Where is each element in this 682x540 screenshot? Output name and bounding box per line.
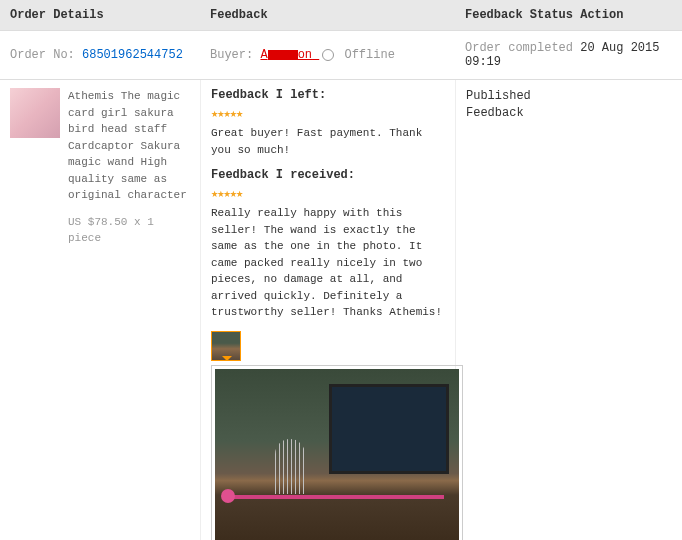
order-number-cell: Order No: 68501962544752 — [0, 38, 200, 72]
header-feedback: Feedback — [200, 0, 455, 30]
feedback-left-stars: ★★★★★ — [211, 106, 445, 121]
product-price: US $78.50 x 1 piece — [68, 214, 190, 247]
product-title-link[interactable]: Athemis The magic card girl sakura bird … — [68, 88, 190, 204]
status-line1: Published — [466, 88, 672, 105]
buyer-name-link[interactable]: Aon — [260, 48, 319, 62]
feedback-left-text: Great buyer! Fast payment. Thank you so … — [211, 125, 445, 158]
feedback-photo-preview: × — [211, 365, 463, 541]
redacted-name — [268, 50, 298, 60]
feedback-photo-large[interactable] — [215, 369, 459, 541]
order-no-link[interactable]: 68501962544752 — [82, 48, 183, 62]
buyer-label: Buyer: — [210, 48, 253, 62]
photo-wand — [225, 495, 444, 499]
header-status-action: Feedback Status Action — [455, 0, 682, 30]
status-offline-icon — [322, 49, 334, 61]
order-status-cell: Order completed 20 Aug 2015 09:19 — [455, 31, 682, 79]
table-header: Order Details Feedback Feedback Status A… — [0, 0, 682, 31]
order-no-label: Order No: — [10, 48, 75, 62]
status-line2: Feedback — [466, 105, 672, 122]
header-order-details: Order Details — [0, 0, 200, 30]
feedback-received-text: Really really happy with this seller! Th… — [211, 205, 445, 321]
feedback-received-stars: ★★★★★ — [211, 186, 445, 201]
content-row: Athemis The magic card girl sakura bird … — [0, 80, 682, 540]
feedback-cell: Feedback I left: ★★★★★ Great buyer! Fast… — [200, 80, 455, 540]
photo-birdcage — [275, 439, 305, 494]
product-cell: Athemis The magic card girl sakura bird … — [0, 80, 200, 540]
buyer-cell: Buyer: Aon Offline — [200, 38, 455, 72]
product-thumbnail[interactable] — [10, 88, 60, 138]
feedback-received-title: Feedback I received: — [211, 168, 445, 182]
order-completed-label: Order completed — [465, 41, 573, 55]
feedback-photo-thumbnail[interactable] — [211, 331, 241, 361]
order-summary-row: Order No: 68501962544752 Buyer: Aon Offl… — [0, 31, 682, 80]
offline-label: Offline — [344, 48, 394, 62]
feedback-left-title: Feedback I left: — [211, 88, 445, 102]
status-cell: Published Feedback — [455, 80, 682, 540]
photo-monitor — [329, 384, 449, 474]
